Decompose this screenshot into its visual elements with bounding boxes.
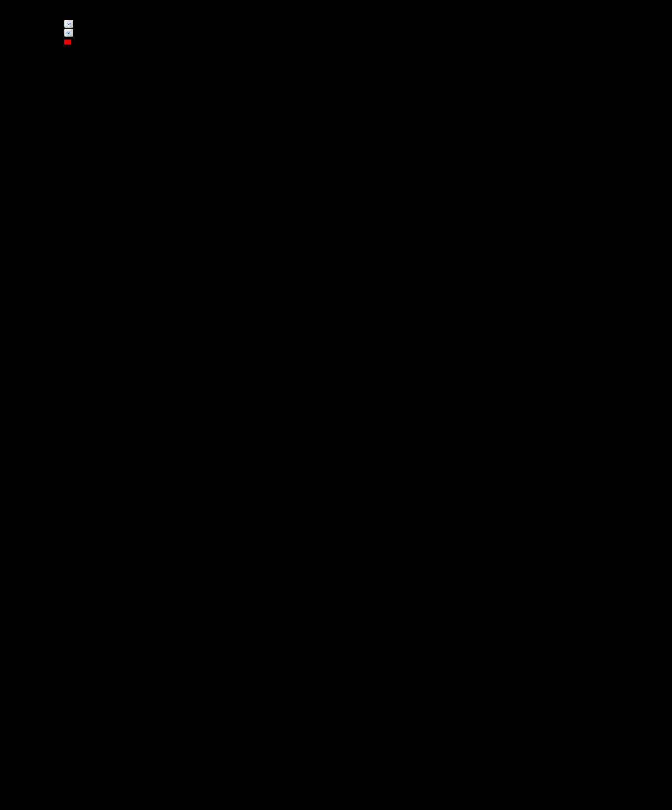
right-column: ST ST (30, 20, 647, 45)
diagram-layout: ST ST (25, 20, 647, 45)
package-icon: ST (64, 29, 73, 37)
package-header-sub: ST (64, 29, 647, 37)
reference-link[interactable] (64, 40, 647, 45)
oracle-icon (64, 40, 71, 45)
package-icon: ST (64, 20, 73, 28)
package-header: ST (64, 20, 647, 28)
